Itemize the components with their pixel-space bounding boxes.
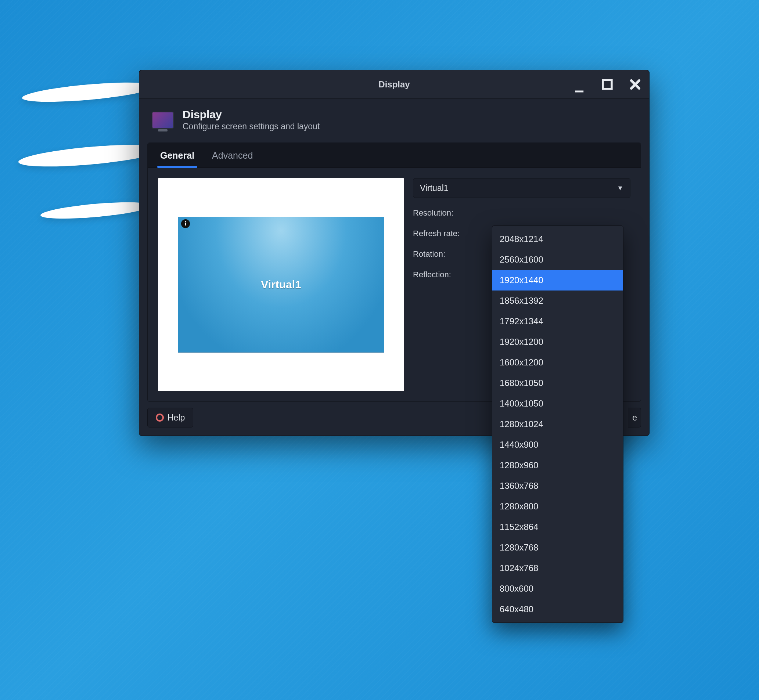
display-icon	[152, 112, 174, 128]
tab-advanced[interactable]: Advanced	[211, 143, 254, 167]
svg-rect-1	[603, 80, 612, 89]
tab-strip: General Advanced	[148, 143, 641, 168]
resolution-option[interactable]: 800x600	[492, 578, 623, 599]
dialog-subtitle: Configure screen settings and layout	[183, 122, 319, 131]
chevron-down-icon: ▼	[617, 184, 623, 192]
minimize-button[interactable]	[572, 80, 587, 95]
rotation-label: Rotation:	[413, 249, 483, 259]
help-button[interactable]: Help	[147, 408, 193, 428]
window-title: Display	[379, 79, 410, 90]
close-button[interactable]	[628, 77, 643, 92]
resolution-option[interactable]: 1600x1200	[492, 352, 623, 373]
display-settings-window: Display Display Configure screen setting…	[139, 70, 649, 436]
resolution-option[interactable]: 1280x768	[492, 537, 623, 558]
monitor-preview-label: Virtual1	[261, 278, 301, 291]
titlebar[interactable]: Display	[139, 70, 649, 99]
reflection-label: Reflection:	[413, 270, 483, 280]
resolution-option[interactable]: 1024x768	[492, 558, 623, 578]
resolution-option[interactable]: 1856x1392	[492, 291, 623, 311]
resolution-option[interactable]: 2048x1214	[492, 229, 623, 249]
tab-label: General	[160, 150, 194, 161]
resolution-option[interactable]: 1280x1024	[492, 414, 623, 434]
resolution-option[interactable]: 1152x864	[492, 517, 623, 537]
resolution-dropdown[interactable]: 2048x12142560x16001920x14401856x13921792…	[492, 225, 623, 623]
monitor-preview: i Virtual1	[158, 178, 404, 391]
resolution-option[interactable]: 1920x1440	[492, 270, 623, 291]
resolution-option[interactable]: 2560x1600	[492, 249, 623, 270]
resolution-option[interactable]: 1920x1200	[492, 332, 623, 352]
resolution-option[interactable]: 1792x1344	[492, 311, 623, 332]
close-icon	[629, 78, 641, 91]
resolution-option[interactable]: 1360x768	[492, 476, 623, 496]
dialog-header: Display Configure screen settings and la…	[139, 99, 649, 142]
maximize-icon	[601, 78, 613, 91]
close-button-peek[interactable]: e	[628, 408, 641, 428]
help-button-label: Help	[167, 413, 185, 423]
maximize-button[interactable]	[600, 77, 615, 92]
refresh-rate-label: Refresh rate:	[413, 229, 483, 238]
background-swoosh	[22, 78, 154, 105]
window-controls	[572, 70, 643, 98]
resolution-option[interactable]: 1400x1050	[492, 393, 623, 414]
tab-label: Advanced	[212, 150, 253, 161]
resolution-label: Resolution:	[413, 208, 483, 218]
monitor-preview-screen[interactable]: i Virtual1	[178, 217, 384, 353]
svg-rect-0	[575, 91, 584, 92]
info-icon[interactable]: i	[181, 219, 190, 228]
output-select[interactable]: Virtual1 ▼	[413, 178, 631, 198]
resolution-option[interactable]: 640x480	[492, 599, 623, 620]
minimize-icon	[574, 82, 585, 93]
resolution-option[interactable]: 1680x1050	[492, 373, 623, 393]
dialog-header-text: Display Configure screen settings and la…	[183, 108, 319, 131]
close-button-peek-label: e	[632, 413, 637, 423]
background-swoosh	[40, 199, 150, 222]
lifebuoy-icon	[156, 414, 164, 422]
resolution-option[interactable]: 1280x800	[492, 496, 623, 517]
resolution-option[interactable]: 1440x900	[492, 434, 623, 455]
tab-general[interactable]: General	[159, 143, 196, 167]
dialog-title: Display	[183, 108, 319, 121]
output-select-value: Virtual1	[420, 183, 449, 193]
resolution-option[interactable]: 1280x960	[492, 455, 623, 476]
